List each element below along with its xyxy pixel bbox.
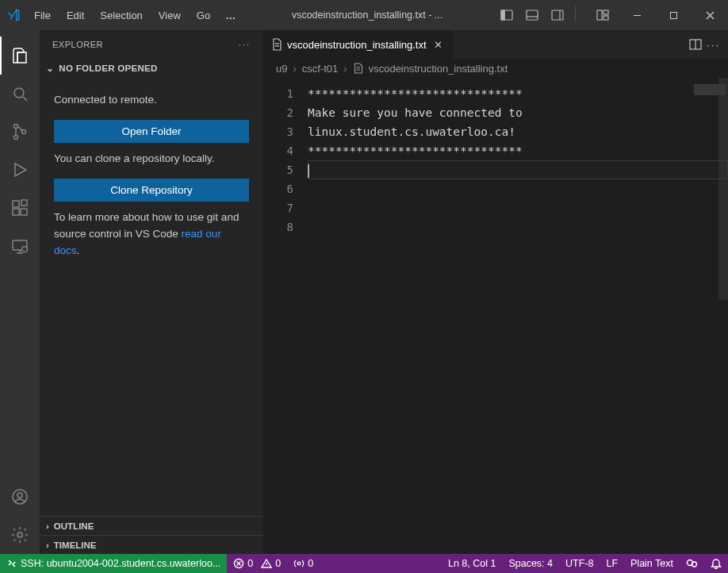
svg-point-18: [22, 130, 26, 134]
svg-point-26: [22, 247, 28, 252]
close-button[interactable]: [692, 0, 728, 30]
clone-text: You can clone a repository locally.: [54, 151, 249, 167]
svg-line-15: [23, 97, 27, 101]
outline-section-header[interactable]: › OUTLINE: [40, 516, 263, 535]
svg-rect-9: [603, 16, 608, 20]
split-editor-icon[interactable]: [689, 39, 702, 50]
divider: [575, 6, 585, 21]
window-controls: [619, 0, 728, 30]
settings-gear-icon[interactable]: [0, 516, 40, 554]
sidebar-more-icon[interactable]: ···: [239, 40, 251, 49]
svg-rect-8: [603, 10, 608, 14]
error-count: 0: [247, 558, 253, 569]
status-bar: SSH: ubuntu2004-002.student.cs.uwaterloo…: [0, 554, 728, 573]
indentation[interactable]: Spaces: 4: [502, 554, 559, 573]
accounts-icon[interactable]: [0, 478, 40, 516]
chevron-right-icon: ›: [46, 540, 49, 550]
remote-indicator[interactable]: SSH: ubuntu2004-002.student.cs.uwaterloo…: [0, 554, 227, 573]
eol[interactable]: LF: [600, 554, 624, 573]
svg-point-29: [17, 533, 22, 537]
svg-rect-20: [13, 209, 19, 215]
run-debug-icon[interactable]: [0, 151, 40, 189]
activity-bar: [0, 30, 40, 554]
scrollbar-thumb[interactable]: [718, 78, 728, 300]
timeline-label: TIMELINE: [54, 540, 97, 550]
code-content[interactable]: *******************************Make sure…: [308, 78, 728, 554]
menu-overflow[interactable]: …: [217, 0, 243, 30]
tab-close-icon[interactable]: ✕: [431, 39, 445, 51]
editor-more-icon[interactable]: ···: [707, 39, 720, 51]
svg-point-16: [14, 125, 18, 129]
svg-point-14: [14, 88, 24, 98]
explorer-sidebar: EXPLORER ··· ⌄ NO FOLDER OPENED Connecte…: [40, 30, 263, 554]
svg-rect-7: [597, 10, 602, 20]
tab-label: vscodeinstruction_installing.txt: [287, 39, 427, 51]
ports-count: 0: [308, 558, 313, 569]
svg-rect-11: [670, 12, 676, 18]
maximize-button[interactable]: [655, 0, 692, 30]
cursor-position[interactable]: Ln 8, Col 1: [442, 554, 502, 573]
problems-indicator[interactable]: 0 0: [227, 554, 287, 573]
chevron-down-icon: ⌄: [46, 63, 54, 74]
search-icon[interactable]: [0, 75, 40, 113]
section-label: NO FOLDER OPENED: [59, 63, 157, 73]
timeline-section-header[interactable]: › TIMELINE: [40, 535, 263, 554]
svg-point-28: [17, 493, 22, 498]
svg-point-17: [14, 136, 18, 140]
outline-label: OUTLINE: [54, 521, 94, 531]
remote-icon: [6, 558, 17, 569]
no-folder-section-header[interactable]: ⌄ NO FOLDER OPENED: [40, 59, 263, 78]
source-control-icon[interactable]: [0, 113, 40, 151]
svg-rect-2: [501, 10, 504, 20]
editor-tab[interactable]: vscodeinstruction_installing.txt ✕: [263, 30, 454, 59]
title-bar: File Edit Selection View Go … vscodeinst…: [0, 0, 728, 30]
minimize-button[interactable]: [619, 0, 655, 30]
line-number-gutter: 12345678: [263, 78, 308, 554]
menu-edit[interactable]: Edit: [59, 0, 91, 30]
breadcrumb-separator: ›: [343, 63, 347, 75]
remote-label: SSH: ubuntu2004-002.student.cs.uwaterloo…: [21, 558, 220, 569]
menu-file[interactable]: File: [27, 0, 58, 30]
warning-count: 0: [275, 558, 281, 569]
broadcast-icon: [293, 558, 305, 569]
sidebar-title: EXPLORER: [52, 40, 103, 49]
feedback-icon[interactable]: [680, 554, 704, 573]
notifications-icon[interactable]: [704, 554, 728, 573]
svg-rect-22: [21, 200, 27, 206]
breadcrumbs[interactable]: u9 › cscf-t01 › vscodeinstruction_instal…: [263, 59, 728, 78]
explorer-icon[interactable]: [0, 37, 40, 75]
menu-view[interactable]: View: [151, 0, 188, 30]
encoding[interactable]: UTF-8: [559, 554, 600, 573]
toggle-secondary-sidebar-icon[interactable]: [546, 6, 569, 24]
breadcrumb-segment[interactable]: cscf-t01: [302, 63, 339, 75]
window-title: vscodeinstruction_installing.txt - ...: [243, 10, 491, 21]
clone-repository-button[interactable]: Clone Repository: [54, 179, 249, 202]
menu-selection[interactable]: Selection: [93, 0, 149, 30]
connected-text: Connected to remote.: [54, 92, 249, 109]
breadcrumb-segment[interactable]: vscodeinstruction_installing.txt: [369, 63, 508, 75]
toggle-primary-sidebar-icon[interactable]: [496, 6, 518, 24]
svg-rect-3: [527, 10, 538, 20]
extensions-icon[interactable]: [0, 189, 40, 227]
svg-rect-21: [21, 209, 27, 215]
breadcrumb-separator: ›: [293, 63, 296, 75]
open-folder-button[interactable]: Open Folder: [54, 120, 249, 143]
error-icon: [233, 558, 244, 569]
breadcrumb-segment[interactable]: u9: [276, 63, 287, 75]
warning-icon: [261, 558, 272, 569]
editor-area: vscodeinstruction_installing.txt ✕ ··· u…: [263, 30, 728, 554]
svg-point-40: [297, 562, 301, 565]
customize-layout-icon[interactable]: [592, 6, 614, 24]
ports-indicator[interactable]: 0: [287, 554, 320, 573]
remote-explorer-icon[interactable]: [0, 227, 40, 265]
chevron-right-icon: ›: [46, 521, 49, 531]
toggle-panel-icon[interactable]: [521, 6, 543, 24]
file-lines-icon: [353, 63, 363, 74]
tab-bar: vscodeinstruction_installing.txt ✕ ···: [263, 30, 728, 59]
editor-body[interactable]: 12345678 *******************************…: [263, 78, 728, 554]
learn-more-text: To learn more about how to use git and s…: [54, 210, 249, 260]
menu-go[interactable]: Go: [190, 0, 217, 30]
svg-rect-5: [552, 10, 563, 20]
language-mode[interactable]: Plain Text: [624, 554, 680, 573]
file-lines-icon: [271, 38, 282, 51]
